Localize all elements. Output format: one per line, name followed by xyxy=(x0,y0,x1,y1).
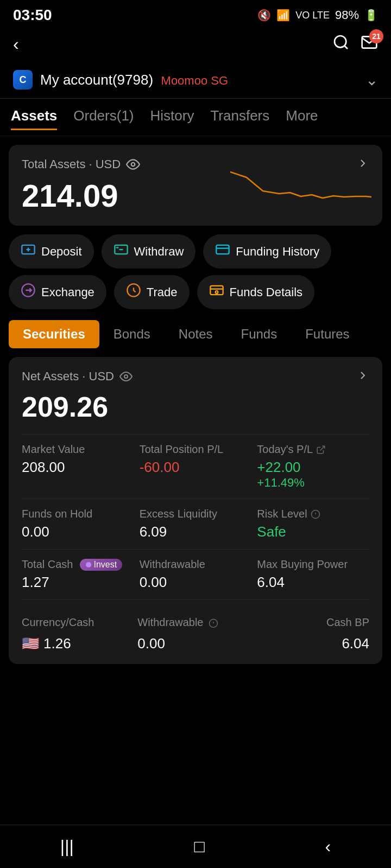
currency-section: Currency/Cash Withdrawable Cash BP 🇺🇸 1.… xyxy=(22,611,369,652)
cat-tab-futures[interactable]: Futures xyxy=(291,320,363,348)
total-position-pl-label: Total Position P/L xyxy=(140,443,252,456)
stats-grid-3: Total Cash Invest 1.27 Withdrawable 0.00… xyxy=(22,558,369,591)
funds-details-label: Funds Details xyxy=(230,285,303,299)
risk-level-value: Safe xyxy=(257,524,369,540)
tab-history[interactable]: History xyxy=(150,107,194,130)
account-logo: C xyxy=(13,70,33,90)
battery-icon: 🔋 xyxy=(364,9,378,22)
cat-tab-bonds[interactable]: Bonds xyxy=(99,320,165,348)
market-value-label: Market Value xyxy=(22,443,134,456)
net-assets-label: Net Assets · USD xyxy=(22,369,114,384)
excess-liquidity-value: 6.09 xyxy=(140,524,252,540)
currency-col-cash-label: Currency/Cash xyxy=(22,616,137,629)
account-details: My account(9798) Moomoo SG xyxy=(40,72,228,88)
eye-icon[interactable] xyxy=(126,157,140,171)
funding-history-button[interactable]: Funding History xyxy=(203,234,331,269)
deposit-button[interactable]: Deposit xyxy=(9,234,94,269)
cat-tab-notes[interactable]: Notes xyxy=(165,320,227,348)
total-cash-item: Total Cash Invest 1.27 xyxy=(22,558,134,591)
funding-history-icon xyxy=(215,242,230,261)
svg-point-20 xyxy=(86,562,91,567)
account-dropdown-button[interactable]: ⌄ xyxy=(365,71,378,89)
withdrawable-label: Withdrawable xyxy=(140,558,252,571)
withdrawable-info-icon xyxy=(209,618,218,628)
net-assets-label-group: Net Assets · USD xyxy=(22,369,133,384)
deposit-label: Deposit xyxy=(41,245,82,259)
mute-icon: 🔇 xyxy=(257,9,271,22)
funds-on-hold-item: Funds on Hold 0.00 xyxy=(22,508,134,540)
message-badge: 21 xyxy=(369,29,383,43)
search-button[interactable] xyxy=(332,34,350,55)
withdraw-icon xyxy=(113,242,129,261)
tab-more[interactable]: More xyxy=(286,107,318,130)
net-assets-eye-icon[interactable] xyxy=(119,370,133,383)
svg-point-15 xyxy=(124,375,128,378)
svg-rect-8 xyxy=(217,245,229,254)
tab-orders[interactable]: Orders(1) xyxy=(73,107,134,130)
currency-cash-value: 1.26 xyxy=(43,635,71,652)
currency-header: Currency/Cash Withdrawable Cash BP xyxy=(22,611,369,629)
net-assets-header: Net Assets · USD xyxy=(22,369,369,384)
currency-col-withdrawable-label: Withdrawable xyxy=(137,616,253,629)
svg-point-2 xyxy=(131,163,135,167)
excess-liquidity-label: Excess Liquidity xyxy=(140,508,252,520)
max-buying-power-label: Max Buying Power xyxy=(257,558,369,571)
net-assets-chevron-right[interactable] xyxy=(356,369,369,384)
message-button[interactable]: 21 xyxy=(361,34,378,55)
exchange-icon xyxy=(21,283,36,302)
net-assets-value: 209.26 xyxy=(22,391,369,423)
divider-3 xyxy=(22,549,369,550)
currency-flag-value: 🇺🇸 1.26 xyxy=(22,635,137,652)
currency-cashbp-value: 6.04 xyxy=(254,635,369,652)
top-nav: ‹ 21 xyxy=(0,28,391,63)
max-buying-power-value: 6.04 xyxy=(257,574,369,591)
logo-letter: C xyxy=(20,74,27,86)
trade-label: Trade xyxy=(147,285,178,299)
tab-transfers[interactable]: Transfers xyxy=(210,107,269,130)
todays-pl-value: +22.00 xyxy=(257,459,369,476)
funds-details-icon xyxy=(209,283,224,302)
back-nav-button[interactable]: ‹ xyxy=(325,837,331,857)
account-broker: Moomoo SG xyxy=(161,74,229,87)
risk-level-label: Risk Level xyxy=(257,508,369,520)
wifi-icon: 📶 xyxy=(276,9,290,22)
funds-on-hold-label: Funds on Hold xyxy=(22,508,134,520)
divider-2 xyxy=(22,499,369,499)
currency-col-cashbp-label: Cash BP xyxy=(254,616,369,629)
currency-row-usd: 🇺🇸 1.26 0.00 6.04 xyxy=(22,635,369,652)
currency-withdrawable-value: 0.00 xyxy=(137,635,253,652)
status-icons: 🔇 📶 VO LTE 98% 🔋 xyxy=(257,8,378,22)
home-button[interactable]: □ xyxy=(194,837,204,857)
svg-line-1 xyxy=(344,46,348,49)
cat-tab-funds[interactable]: Funds xyxy=(227,320,292,348)
deposit-icon xyxy=(21,242,36,261)
divider-4 xyxy=(22,599,369,600)
invest-icon xyxy=(85,561,92,568)
category-tabs: Securities Bonds Notes Funds Futures xyxy=(0,320,391,348)
total-assets-label: Total Assets · USD xyxy=(22,157,121,171)
net-assets-card: Net Assets · USD 209.26 Market Value 208… xyxy=(9,357,382,664)
action-buttons-row1: Deposit Withdraw Funding History xyxy=(0,234,391,269)
tab-assets[interactable]: Assets xyxy=(11,107,57,130)
invest-badge[interactable]: Invest xyxy=(80,559,123,571)
funds-details-button[interactable]: Funds Details xyxy=(197,275,315,309)
market-value-value: 208.00 xyxy=(22,459,134,476)
withdraw-button[interactable]: Withdraw xyxy=(102,234,196,269)
back-button[interactable]: ‹ xyxy=(13,34,19,54)
exchange-button[interactable]: Exchange xyxy=(9,275,106,309)
account-header: C My account(9798) Moomoo SG ⌄ xyxy=(0,63,391,99)
cat-tab-securities[interactable]: Securities xyxy=(9,320,99,348)
nav-icons: 21 xyxy=(332,34,378,55)
account-info: C My account(9798) Moomoo SG xyxy=(13,70,228,90)
stats-grid: Market Value 208.00 Total Position P/L -… xyxy=(22,443,369,490)
risk-level-item: Risk Level Safe xyxy=(257,508,369,540)
menu-button[interactable]: ||| xyxy=(60,837,74,857)
export-icon xyxy=(316,445,326,455)
trade-button[interactable]: Trade xyxy=(114,275,190,309)
total-cash-label: Total Cash Invest xyxy=(22,558,134,571)
status-bar: 03:50 🔇 📶 VO LTE 98% 🔋 xyxy=(0,0,391,28)
withdrawable-item: Withdrawable 0.00 xyxy=(140,558,252,591)
svg-point-0 xyxy=(335,36,346,47)
bottom-bar: ||| □ ‹ xyxy=(0,825,391,868)
market-value-item: Market Value 208.00 xyxy=(22,443,134,490)
